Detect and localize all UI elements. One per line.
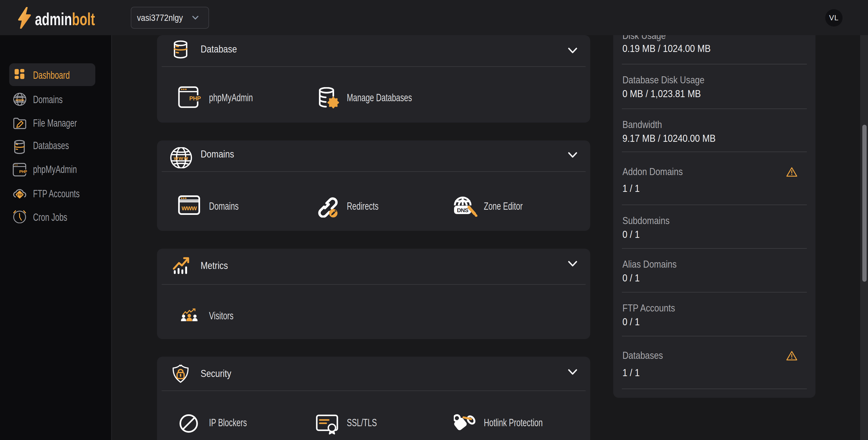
svg-text:PHP: PHP xyxy=(189,95,201,102)
svg-text:DNS: DNS xyxy=(457,207,468,213)
svg-text:FTP: FTP xyxy=(17,193,23,196)
svg-text:PHP: PHP xyxy=(19,169,27,174)
svg-text:www: www xyxy=(16,98,24,102)
svg-text:www: www xyxy=(173,155,188,161)
svg-text:www: www xyxy=(181,204,197,212)
